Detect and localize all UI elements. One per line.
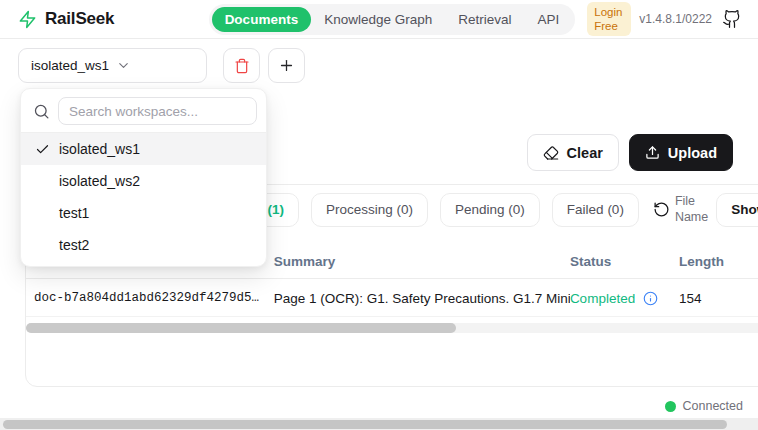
- workspace-option-test2[interactable]: test2: [21, 229, 266, 261]
- connected-dot-icon: [665, 401, 676, 412]
- login-free-badge[interactable]: Login Free: [587, 2, 631, 37]
- workspace-search-row: [21, 89, 266, 133]
- workspace-dropdown-panel: isolated_ws1 isolated_ws2 test1 test2: [20, 88, 267, 267]
- page-scrollbar-thumb[interactable]: [3, 420, 727, 429]
- info-icon[interactable]: [643, 291, 658, 306]
- connected-label: Connected: [683, 399, 743, 413]
- brand: RailSeek: [18, 9, 114, 29]
- workspace-option-label: isolated_ws2: [59, 173, 140, 189]
- cell-length: 154: [679, 291, 758, 306]
- chevron-down-icon: [116, 58, 195, 73]
- top-navbar: RailSeek Documents Knowledge Graph Retri…: [0, 0, 758, 39]
- zap-logo-icon: [18, 10, 37, 29]
- connection-status: Connected: [665, 399, 743, 413]
- column-header-summary: Summary: [266, 254, 570, 269]
- cell-doc-id: doc-b7a804dd1abd62329df4279d5…: [26, 291, 266, 305]
- workspace-search-input[interactable]: [58, 97, 257, 125]
- nav-tab-api[interactable]: API: [525, 7, 573, 32]
- version-label: v1.4.8.1/0222: [639, 12, 712, 26]
- column-header-status: Status: [570, 254, 679, 269]
- nav-tab-retrieval[interactable]: Retrieval: [445, 7, 524, 32]
- clear-button-label: Clear: [567, 145, 603, 161]
- main-nav: Documents Knowledge Graph Retrieval API: [209, 4, 576, 35]
- check-icon: [34, 142, 50, 157]
- show-button[interactable]: Show: [716, 193, 758, 227]
- filter-tab-failed[interactable]: Failed (0): [552, 193, 639, 227]
- plus-icon: [278, 57, 295, 74]
- document-actions: Clear Upload: [527, 134, 733, 171]
- refresh-icon: [653, 201, 670, 218]
- workspace-option-label: isolated_ws1: [59, 141, 140, 157]
- workspace-option-isolated-ws1[interactable]: isolated_ws1: [21, 133, 266, 165]
- workspace-option-label: test1: [59, 205, 89, 221]
- add-workspace-button[interactable]: [268, 48, 305, 83]
- eraser-icon: [543, 145, 559, 161]
- nav-tab-knowledge-graph[interactable]: Knowledge Graph: [311, 7, 445, 32]
- workspace-selected-value: isolated_ws1: [31, 58, 110, 73]
- status-completed-text: Completed: [570, 291, 635, 306]
- table-horizontal-scrollbar: [26, 323, 758, 333]
- trash-icon: [234, 58, 250, 74]
- app-window: RailSeek Documents Knowledge Graph Retri…: [0, 0, 758, 430]
- sort-field-label: File Name: [675, 194, 708, 225]
- upload-button[interactable]: Upload: [629, 134, 733, 171]
- workspace-select[interactable]: isolated_ws1: [18, 48, 207, 83]
- workspace-option-label: test2: [59, 237, 89, 253]
- brand-name: RailSeek: [45, 9, 114, 29]
- cell-status: Completed: [570, 291, 679, 306]
- workspace-option-isolated-ws2[interactable]: isolated_ws2: [21, 165, 266, 197]
- table-row[interactable]: doc-b7a804dd1abd62329df4279d5… Page 1 (O…: [26, 280, 758, 317]
- workspace-toolbar: isolated_ws1: [18, 48, 305, 83]
- column-header-length: Length: [679, 254, 758, 269]
- github-icon[interactable]: [722, 9, 742, 29]
- upload-button-label: Upload: [668, 145, 717, 161]
- workspace-option-test1[interactable]: test1: [21, 197, 266, 229]
- upload-icon: [645, 145, 660, 160]
- cell-summary: Page 1 (OCR): G1. Safety Precautions. G1…: [266, 291, 570, 306]
- table-scrollbar-thumb[interactable]: [26, 323, 456, 333]
- filter-tab-pending[interactable]: Pending (0): [440, 193, 540, 227]
- refresh-button[interactable]: [653, 197, 670, 223]
- clear-button[interactable]: Clear: [527, 134, 619, 171]
- delete-workspace-button[interactable]: [223, 48, 260, 83]
- search-icon: [33, 103, 50, 120]
- nav-tab-documents[interactable]: Documents: [212, 7, 312, 32]
- filter-tab-processing[interactable]: Processing (0): [311, 193, 428, 227]
- page-horizontal-scrollbar: [0, 418, 758, 430]
